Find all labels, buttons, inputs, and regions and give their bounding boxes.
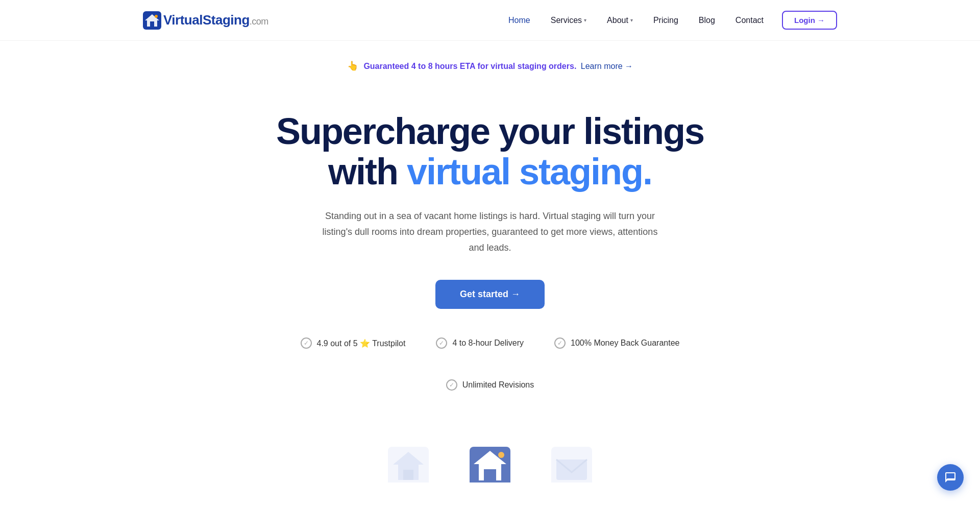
house-icon-left bbox=[388, 447, 429, 482]
hero-title-accent: virtual staging. bbox=[407, 151, 652, 192]
house-icon-right bbox=[551, 447, 592, 482]
check-icon-delivery: ✓ bbox=[436, 337, 447, 349]
nav-about[interactable]: About ▾ bbox=[599, 12, 641, 29]
services-chevron-icon: ▾ bbox=[584, 17, 586, 23]
svg-point-3 bbox=[155, 15, 158, 18]
main-nav: Home Services ▾ About ▾ Pricing Blog Co bbox=[500, 11, 837, 30]
logo[interactable]: VirtualStaging.com bbox=[143, 11, 268, 30]
announcement-text: Guaranteed 4 to 8 hours ETA for virtual … bbox=[363, 62, 576, 70]
svg-rect-9 bbox=[484, 469, 496, 480]
announcement-banner: 👆 Guaranteed 4 to 8 hours ETA for virtua… bbox=[0, 51, 980, 81]
learn-more-link[interactable]: Learn more → bbox=[581, 62, 633, 70]
chat-icon bbox=[944, 471, 957, 484]
badge-delivery: ✓ 4 to 8-hour Delivery bbox=[436, 337, 524, 349]
nav-home[interactable]: Home bbox=[500, 12, 538, 29]
badge-delivery-label: 4 to 8-hour Delivery bbox=[452, 339, 524, 348]
check-icon-rating: ✓ bbox=[301, 337, 312, 349]
chat-button[interactable] bbox=[937, 464, 964, 491]
main-wrapper: VirtualStaging.com Home Services ▾ About… bbox=[0, 0, 980, 507]
nav-services[interactable]: Services ▾ bbox=[543, 12, 595, 29]
nav-blog[interactable]: Blog bbox=[691, 12, 723, 29]
hero-title: Supercharge your listings with virtual s… bbox=[245, 111, 735, 192]
about-chevron-icon: ▾ bbox=[630, 17, 633, 23]
svg-point-10 bbox=[498, 452, 504, 458]
logo-icon bbox=[143, 11, 161, 30]
check-icon-revisions: ✓ bbox=[446, 379, 457, 391]
bottom-icons-row bbox=[388, 447, 592, 482]
site-header: VirtualStaging.com Home Services ▾ About… bbox=[0, 0, 980, 41]
badge-guarantee: ✓ 100% Money Back Guarantee bbox=[554, 337, 679, 349]
hero-section: Supercharge your listings with virtual s… bbox=[235, 81, 745, 411]
nav-contact[interactable]: Contact bbox=[727, 12, 772, 29]
badge-revisions-label: Unlimited Revisions bbox=[462, 380, 534, 390]
badge-revisions: ✓ Unlimited Revisions bbox=[446, 379, 534, 391]
get-started-button[interactable]: Get started → bbox=[435, 280, 545, 309]
badge-rating-label: 4.9 out of 5 ⭐ Trustpilot bbox=[317, 339, 406, 348]
trust-badges: ✓ 4.9 out of 5 ⭐ Trustpilot ✓ 4 to 8-hou… bbox=[245, 337, 735, 391]
badge-rating: ✓ 4.9 out of 5 ⭐ Trustpilot bbox=[301, 337, 406, 349]
nav-pricing[interactable]: Pricing bbox=[645, 12, 687, 29]
login-button[interactable]: Login → bbox=[782, 11, 837, 30]
hero-subtitle: Standing out in a sea of vacant home lis… bbox=[316, 208, 664, 255]
house-icon-center bbox=[470, 447, 510, 482]
svg-rect-2 bbox=[150, 21, 154, 27]
hand-emoji: 👆 bbox=[347, 61, 358, 71]
check-icon-guarantee: ✓ bbox=[554, 337, 566, 349]
svg-rect-6 bbox=[403, 470, 413, 480]
badge-guarantee-label: 100% Money Back Guarantee bbox=[571, 339, 679, 348]
logo-text: VirtualStaging.com bbox=[163, 12, 268, 28]
bottom-icon-section bbox=[0, 421, 980, 482]
